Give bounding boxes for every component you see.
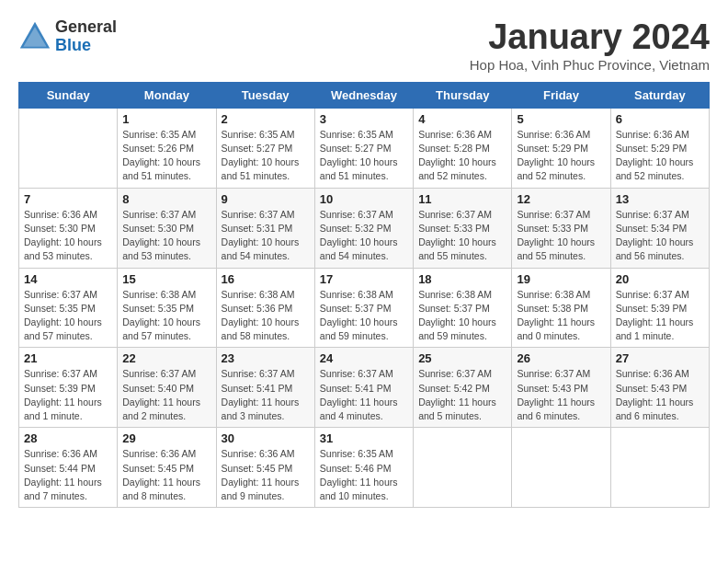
- page-header: General Blue January 2024 Hop Hoa, Vinh …: [18, 18, 710, 73]
- day-number: 9: [222, 192, 310, 206]
- day-info: Sunrise: 6:37 AMSunset: 5:34 PMDaylight:…: [616, 208, 704, 264]
- day-number: 13: [616, 192, 704, 206]
- logo-general: General: [55, 18, 117, 37]
- calendar-cell: 2Sunrise: 6:35 AMSunset: 5:27 PMDaylight…: [216, 108, 314, 188]
- header-day-friday: Friday: [512, 82, 610, 108]
- logo-icon: [18, 20, 51, 53]
- calendar-cell: 31Sunrise: 6:35 AMSunset: 5:46 PMDayligh…: [314, 428, 413, 508]
- day-info: Sunrise: 6:37 AMSunset: 5:41 PMDaylight:…: [320, 367, 408, 423]
- day-number: 6: [616, 112, 704, 126]
- header-day-sunday: Sunday: [19, 82, 118, 108]
- title-block: January 2024 Hop Hoa, Vinh Phuc Province…: [470, 18, 710, 73]
- calendar-cell: [19, 108, 118, 188]
- calendar-cell: 30Sunrise: 6:36 AMSunset: 5:45 PMDayligh…: [216, 428, 314, 508]
- day-info: Sunrise: 6:37 AMSunset: 5:35 PMDaylight:…: [24, 288, 112, 344]
- calendar-cell: 13Sunrise: 6:37 AMSunset: 5:34 PMDayligh…: [610, 188, 709, 268]
- day-number: 17: [320, 272, 408, 286]
- calendar-cell: [414, 428, 512, 508]
- week-row-2: 7Sunrise: 6:36 AMSunset: 5:30 PMDaylight…: [19, 188, 710, 268]
- day-number: 19: [517, 272, 605, 286]
- day-info: Sunrise: 6:37 AMSunset: 5:33 PMDaylight:…: [517, 208, 605, 264]
- calendar-cell: 21Sunrise: 6:37 AMSunset: 5:39 PMDayligh…: [19, 348, 118, 428]
- calendar-cell: 15Sunrise: 6:38 AMSunset: 5:35 PMDayligh…: [118, 268, 216, 348]
- day-number: 30: [222, 431, 310, 445]
- day-info: Sunrise: 6:38 AMSunset: 5:37 PMDaylight:…: [320, 288, 408, 344]
- calendar-cell: 25Sunrise: 6:37 AMSunset: 5:42 PMDayligh…: [414, 348, 512, 428]
- day-info: Sunrise: 6:35 AMSunset: 5:46 PMDaylight:…: [320, 447, 408, 503]
- calendar-cell: 5Sunrise: 6:36 AMSunset: 5:29 PMDaylight…: [512, 108, 610, 188]
- day-info: Sunrise: 6:37 AMSunset: 5:42 PMDaylight:…: [418, 367, 506, 423]
- day-number: 23: [222, 351, 310, 365]
- day-number: 4: [418, 112, 506, 126]
- calendar-cell: 20Sunrise: 6:37 AMSunset: 5:39 PMDayligh…: [610, 268, 709, 348]
- day-number: 2: [222, 112, 310, 126]
- calendar-cell: 22Sunrise: 6:37 AMSunset: 5:40 PMDayligh…: [118, 348, 216, 428]
- calendar-cell: 16Sunrise: 6:38 AMSunset: 5:36 PMDayligh…: [216, 268, 314, 348]
- day-number: 15: [122, 272, 210, 286]
- header-day-saturday: Saturday: [610, 82, 709, 108]
- day-number: 12: [517, 192, 605, 206]
- calendar-cell: 14Sunrise: 6:37 AMSunset: 5:35 PMDayligh…: [19, 268, 118, 348]
- day-info: Sunrise: 6:38 AMSunset: 5:35 PMDaylight:…: [122, 288, 210, 344]
- day-number: 25: [418, 351, 506, 365]
- calendar-cell: 1Sunrise: 6:35 AMSunset: 5:26 PMDaylight…: [118, 108, 216, 188]
- calendar-cell: 17Sunrise: 6:38 AMSunset: 5:37 PMDayligh…: [314, 268, 413, 348]
- calendar-cell: [610, 428, 709, 508]
- calendar-cell: 10Sunrise: 6:37 AMSunset: 5:32 PMDayligh…: [314, 188, 413, 268]
- day-number: 20: [616, 272, 704, 286]
- calendar-header: SundayMondayTuesdayWednesdayThursdayFrid…: [19, 82, 710, 108]
- day-info: Sunrise: 6:38 AMSunset: 5:36 PMDaylight:…: [222, 288, 310, 344]
- day-info: Sunrise: 6:37 AMSunset: 5:41 PMDaylight:…: [222, 367, 310, 423]
- calendar-cell: 29Sunrise: 6:36 AMSunset: 5:45 PMDayligh…: [118, 428, 216, 508]
- calendar-cell: 6Sunrise: 6:36 AMSunset: 5:29 PMDaylight…: [610, 108, 709, 188]
- day-info: Sunrise: 6:38 AMSunset: 5:37 PMDaylight:…: [418, 288, 506, 344]
- calendar-cell: [512, 428, 610, 508]
- day-info: Sunrise: 6:37 AMSunset: 5:39 PMDaylight:…: [24, 367, 112, 423]
- day-info: Sunrise: 6:35 AMSunset: 5:27 PMDaylight:…: [222, 128, 310, 184]
- day-number: 22: [122, 351, 210, 365]
- day-number: 14: [24, 272, 112, 286]
- day-info: Sunrise: 6:36 AMSunset: 5:43 PMDaylight:…: [616, 367, 704, 423]
- calendar-table: SundayMondayTuesdayWednesdayThursdayFrid…: [18, 82, 710, 508]
- calendar-cell: 12Sunrise: 6:37 AMSunset: 5:33 PMDayligh…: [512, 188, 610, 268]
- header-day-monday: Monday: [118, 82, 216, 108]
- day-number: 5: [517, 112, 605, 126]
- calendar-cell: 24Sunrise: 6:37 AMSunset: 5:41 PMDayligh…: [314, 348, 413, 428]
- logo-blue: Blue: [55, 37, 117, 55]
- day-number: 11: [418, 192, 506, 206]
- day-info: Sunrise: 6:38 AMSunset: 5:38 PMDaylight:…: [517, 288, 605, 344]
- location-subtitle: Hop Hoa, Vinh Phuc Province, Vietnam: [470, 57, 710, 73]
- week-row-4: 21Sunrise: 6:37 AMSunset: 5:39 PMDayligh…: [19, 348, 710, 428]
- logo-text: General Blue: [55, 18, 117, 55]
- calendar-cell: 28Sunrise: 6:36 AMSunset: 5:44 PMDayligh…: [19, 428, 118, 508]
- day-number: 3: [320, 112, 408, 126]
- day-number: 18: [418, 272, 506, 286]
- day-info: Sunrise: 6:37 AMSunset: 5:33 PMDaylight:…: [418, 208, 506, 264]
- day-info: Sunrise: 6:35 AMSunset: 5:27 PMDaylight:…: [320, 128, 408, 184]
- calendar-cell: 18Sunrise: 6:38 AMSunset: 5:37 PMDayligh…: [414, 268, 512, 348]
- day-info: Sunrise: 6:35 AMSunset: 5:26 PMDaylight:…: [122, 128, 210, 184]
- day-number: 26: [517, 351, 605, 365]
- day-number: 8: [122, 192, 210, 206]
- calendar-body: 1Sunrise: 6:35 AMSunset: 5:26 PMDaylight…: [19, 108, 710, 507]
- day-info: Sunrise: 6:37 AMSunset: 5:43 PMDaylight:…: [517, 367, 605, 423]
- calendar-cell: 7Sunrise: 6:36 AMSunset: 5:30 PMDaylight…: [19, 188, 118, 268]
- week-row-1: 1Sunrise: 6:35 AMSunset: 5:26 PMDaylight…: [19, 108, 710, 188]
- calendar-cell: 3Sunrise: 6:35 AMSunset: 5:27 PMDaylight…: [314, 108, 413, 188]
- day-info: Sunrise: 6:37 AMSunset: 5:32 PMDaylight:…: [320, 208, 408, 264]
- header-row: SundayMondayTuesdayWednesdayThursdayFrid…: [19, 82, 710, 108]
- calendar-cell: 9Sunrise: 6:37 AMSunset: 5:31 PMDaylight…: [216, 188, 314, 268]
- day-number: 29: [122, 431, 210, 445]
- day-info: Sunrise: 6:36 AMSunset: 5:30 PMDaylight:…: [24, 208, 112, 264]
- day-info: Sunrise: 6:37 AMSunset: 5:40 PMDaylight:…: [122, 367, 210, 423]
- day-number: 1: [122, 112, 210, 126]
- header-day-wednesday: Wednesday: [314, 82, 413, 108]
- day-number: 28: [24, 431, 112, 445]
- calendar-cell: 11Sunrise: 6:37 AMSunset: 5:33 PMDayligh…: [414, 188, 512, 268]
- day-info: Sunrise: 6:36 AMSunset: 5:28 PMDaylight:…: [418, 128, 506, 184]
- calendar-cell: 8Sunrise: 6:37 AMSunset: 5:30 PMDaylight…: [118, 188, 216, 268]
- day-info: Sunrise: 6:36 AMSunset: 5:29 PMDaylight:…: [616, 128, 704, 184]
- day-info: Sunrise: 6:36 AMSunset: 5:44 PMDaylight:…: [24, 447, 112, 503]
- calendar-cell: 23Sunrise: 6:37 AMSunset: 5:41 PMDayligh…: [216, 348, 314, 428]
- day-number: 16: [222, 272, 310, 286]
